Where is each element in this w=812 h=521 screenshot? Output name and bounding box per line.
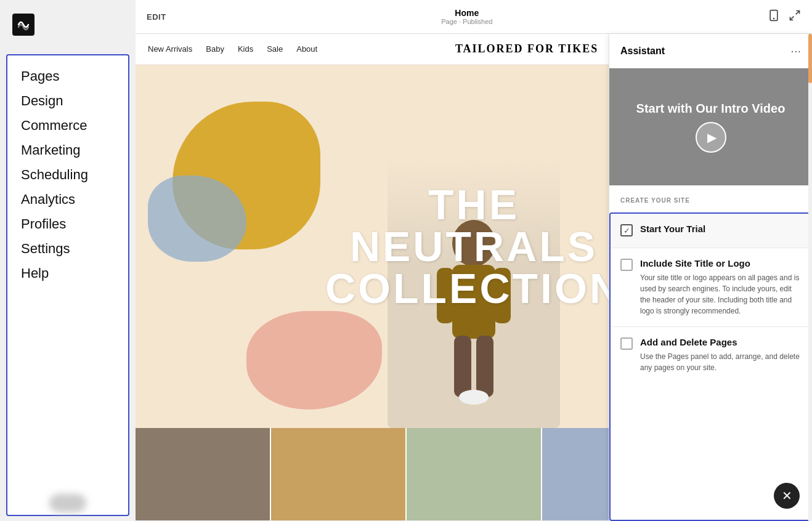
sidebar-item-marketing[interactable]: Marketing bbox=[7, 138, 128, 163]
nav-link-baby[interactable]: Baby bbox=[206, 44, 224, 54]
main-content: EDIT Home Page · Published bbox=[136, 0, 812, 521]
sidebar-item-settings[interactable]: Settings bbox=[7, 236, 128, 261]
fullscreen-icon bbox=[789, 9, 801, 22]
nav-link-about[interactable]: About bbox=[296, 44, 317, 54]
panel-more-button[interactable]: ··· bbox=[790, 44, 801, 58]
svg-line-4 bbox=[790, 16, 794, 20]
play-icon: ▶ bbox=[707, 130, 717, 145]
sidebar-item-scheduling[interactable]: Scheduling bbox=[7, 163, 128, 187]
checklist-item-start-trial[interactable]: ✓ Start Your Trial bbox=[611, 214, 811, 248]
hero-title-line1: THE bbox=[325, 184, 622, 225]
checklist-item-start-trial-title: Start Your Trial bbox=[640, 224, 801, 234]
product-item-2[interactable] bbox=[270, 428, 405, 520]
video-title: Start with Our Intro Video bbox=[636, 102, 786, 116]
hero-title-line2: NEUTRALS bbox=[325, 225, 622, 267]
sidebar-item-design[interactable]: Design bbox=[7, 89, 128, 113]
squarespace-logo-icon bbox=[12, 14, 35, 36]
checklist-item-include-logo-desc: Your site title or logo appears on all p… bbox=[640, 272, 801, 317]
create-section-header: CREATE YOUR SITE bbox=[609, 185, 812, 209]
svg-rect-15 bbox=[476, 336, 493, 397]
checkbox-include-logo[interactable] bbox=[620, 259, 633, 271]
user-avatar-blurred bbox=[49, 494, 86, 512]
nav-link-new-arrivals[interactable]: New Arrivals bbox=[148, 44, 192, 54]
checkmark-icon: ✓ bbox=[623, 226, 630, 235]
checkbox-add-pages[interactable] bbox=[620, 337, 633, 350]
hero-title-line3: COLLECTION bbox=[325, 267, 622, 309]
sidebar-item-help[interactable]: Help bbox=[7, 261, 128, 286]
checklist-item-add-pages[interactable]: Add and Delete Pages Use the Pages panel… bbox=[611, 327, 811, 383]
scroll-thumb[interactable] bbox=[808, 34, 812, 83]
main-nav: Pages Design Commerce Marketing Scheduli… bbox=[6, 54, 129, 516]
sidebar-item-profiles[interactable]: Profiles bbox=[7, 212, 128, 236]
top-bar-right bbox=[768, 9, 801, 25]
sidebar-item-pages[interactable]: Pages bbox=[7, 64, 128, 89]
product-item-1[interactable] bbox=[136, 428, 270, 520]
page-name: Home bbox=[441, 8, 492, 18]
top-bar-center: Home Page · Published bbox=[441, 8, 492, 25]
checklist-item-include-logo-title: Include Site Title or Logo bbox=[640, 258, 801, 269]
logo-area bbox=[0, 0, 136, 49]
checklist-item-add-pages-desc: Use the Pages panel to add, arrange, and… bbox=[640, 351, 801, 373]
checkbox-start-trial[interactable]: ✓ bbox=[620, 224, 633, 236]
video-content: Start with Our Intro Video ▶ bbox=[636, 102, 786, 153]
panel-title: Assistant bbox=[620, 46, 665, 57]
svg-point-16 bbox=[459, 390, 489, 405]
play-button[interactable]: ▶ bbox=[696, 122, 726, 153]
checklist-item-add-pages-title: Add and Delete Pages bbox=[640, 337, 801, 347]
close-panel-button[interactable]: ✕ bbox=[774, 483, 800, 509]
site-nav-links: New Arrivals Baby Kids Sale About bbox=[148, 44, 317, 54]
checklist-item-add-pages-content: Add and Delete Pages Use the Pages panel… bbox=[640, 337, 801, 373]
mobile-icon bbox=[768, 9, 780, 22]
left-sidebar: Pages Design Commerce Marketing Scheduli… bbox=[0, 0, 136, 521]
intro-video-card[interactable]: Start with Our Intro Video ▶ bbox=[609, 68, 812, 185]
checklist: ✓ Start Your Trial Include Site Title or… bbox=[609, 212, 812, 521]
scroll-track bbox=[808, 34, 812, 521]
blob-pink bbox=[246, 311, 382, 410]
create-section-label: CREATE YOUR SITE bbox=[620, 197, 690, 204]
checklist-item-start-trial-content: Start Your Trial bbox=[640, 224, 801, 238]
edit-button[interactable]: EDIT bbox=[147, 12, 166, 22]
page-status: Page · Published bbox=[441, 18, 492, 25]
nav-link-kids[interactable]: Kids bbox=[238, 44, 253, 54]
site-title: TAILORED FOR TIKES bbox=[455, 42, 598, 55]
checklist-item-include-logo[interactable]: Include Site Title or Logo Your site tit… bbox=[611, 248, 811, 327]
hero-text: THE NEUTRALS COLLECTION bbox=[325, 184, 622, 309]
nav-link-sale[interactable]: Sale bbox=[267, 44, 283, 54]
sidebar-item-analytics[interactable]: Analytics bbox=[7, 187, 128, 212]
top-bar-left: EDIT bbox=[147, 12, 166, 22]
panel-header: Assistant ··· bbox=[609, 34, 812, 68]
svg-line-3 bbox=[796, 10, 800, 14]
mobile-preview-button[interactable] bbox=[768, 9, 780, 25]
svg-rect-14 bbox=[454, 336, 471, 397]
sidebar-item-commerce[interactable]: Commerce bbox=[7, 113, 128, 138]
top-bar: EDIT Home Page · Published bbox=[136, 0, 812, 34]
assistant-panel: Assistant ··· Start with Our Intro Video… bbox=[609, 34, 812, 521]
checklist-item-include-logo-content: Include Site Title or Logo Your site tit… bbox=[640, 258, 801, 317]
product-item-3[interactable] bbox=[405, 428, 541, 520]
fullscreen-button[interactable] bbox=[789, 9, 801, 25]
close-icon: ✕ bbox=[782, 488, 792, 503]
